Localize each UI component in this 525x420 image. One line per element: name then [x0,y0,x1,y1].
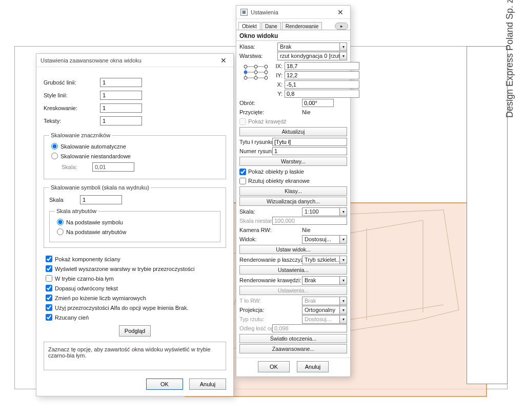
x-input[interactable] [285,80,359,89]
view-select[interactable]: Dostosuj... [302,235,340,244]
ambient-light-button[interactable]: Światło otoczenia... [239,334,347,343]
line-thickness-input[interactable] [100,78,142,87]
svg-point-22 [254,71,257,74]
bw-mode-check[interactable] [46,275,52,282]
chevron-down-icon[interactable]: ▾ [340,276,347,285]
x-label: X: [273,81,285,88]
tab-overflow-icon[interactable]: ▸ [335,23,348,30]
rotation-input[interactable] [302,99,334,107]
dimension-position-check[interactable] [46,295,52,301]
alpha-transparency-check[interactable] [46,304,52,311]
show-boundary-label: Pokaż krawędź [248,118,287,124]
class-label: Klasa: [239,44,277,50]
titlebar: Ustawienia zaawansowane okna widoku ✕ [36,54,233,67]
layers-button[interactable]: Warstwy... [239,157,347,166]
ix-input[interactable] [285,62,359,70]
svg-point-23 [265,71,268,74]
attribute-scale-legend: Skala atrybutów [55,208,98,214]
ix-label: IX: [273,63,285,69]
preview-button[interactable]: Podgląd [119,325,151,337]
cancel-button[interactable]: Anuluj [297,361,329,372]
show-boundary-check [239,118,246,125]
projection-type-select: Dostosuj... [302,315,340,324]
drawing-number-input[interactable] [272,147,347,155]
projection-select[interactable]: Ortogonalny [302,306,340,314]
show-wall-components-check[interactable] [46,256,52,262]
attr-by-attrs-label: Na podstawie atrybutów [66,229,126,235]
alpha-transparency-label: Użyj przezroczystości Alfa do opcji wype… [55,305,188,311]
grayed-layers-label: Wyświetl wyszarzone warstwy w trybie prz… [55,266,195,272]
company-name: Design Express Poland Sp. z o.o. [504,97,525,118]
line-style-label: Style linii: [44,92,100,98]
advanced-button[interactable]: Zaawansowane... [239,344,347,353]
line-style-input[interactable] [100,91,142,100]
chevron-down-icon[interactable]: ▾ [340,52,347,60]
close-icon[interactable]: ✕ [218,56,229,65]
ok-button[interactable]: OK [146,379,183,390]
palette-title: Ustawienia [251,9,335,15]
settings-palette: ▦ Ustawienia ✕ Obiekt Dane Renderowanie … [236,5,351,377]
set-view-button[interactable]: Ustaw widok... [239,245,347,254]
iy-input[interactable] [285,71,359,79]
layer-label: Warstwa: [239,53,277,59]
nonstandard-scale-label: Skala niestandardowa 1: [239,218,272,224]
chevron-down-icon[interactable]: ▾ [340,235,347,244]
advanced-viewport-settings-dialog: Ustawienia zaawansowane okna widoku ✕ Gr… [36,53,234,396]
y-input[interactable] [285,90,359,98]
hatching-input[interactable] [100,103,142,113]
app-icon: ▦ [240,9,248,16]
y-label: Y: [273,91,285,97]
grayed-layers-check[interactable] [46,265,52,272]
anchor-diagram[interactable] [241,62,270,82]
section-title: Okno widoku [236,30,350,41]
marker-scaling-auto-radio[interactable] [51,143,58,150]
texts-input[interactable] [100,116,142,125]
tab-rendering[interactable]: Renderowanie [282,22,322,30]
focal-length-label: Odleg łość ogniskowa: [239,325,272,331]
plane-render-select[interactable]: Tryb szkielet... [302,256,340,264]
data-visualization-button[interactable]: Wizualizacja danych... [239,197,347,206]
edge-render-label: Renderowanie krawędzi: [239,277,302,283]
attr-by-attrs-radio[interactable] [57,228,64,235]
drawing-title-input[interactable] [272,138,347,146]
symbol-scaling-legend: Skalowanie symboli (skala na wydruku) [49,184,151,191]
tab-object[interactable]: Obiekt [238,22,260,30]
tab-data[interactable]: Dane [261,22,281,30]
project-screen-label: Rzutuj obiekty ekranowe [248,178,310,184]
show-planar-check[interactable] [239,169,246,175]
marker-scaling-group: Skalowanie znaczników Skalowanie automat… [44,132,226,179]
marker-scaling-auto-label: Skalowanie automatyczne [60,143,126,150]
attr-by-symbol-radio[interactable] [57,219,64,225]
project-screen-check[interactable] [239,178,246,184]
scale-select[interactable]: 1:100 [302,207,340,216]
svg-point-18 [244,65,247,68]
show-wall-components-label: Pokaż komponenty ściany [55,256,120,262]
chevron-down-icon[interactable]: ▾ [340,306,347,314]
symbol-scale-input[interactable] [80,195,122,204]
marker-scaling-legend: Skalowanie znaczników [49,132,112,138]
dialog-title: Ustawienia zaawansowane okna widoku [41,57,218,64]
chevron-down-icon[interactable]: ▾ [340,256,347,264]
cancel-button[interactable]: Anuluj [189,379,226,390]
cast-shadow-check[interactable] [46,314,52,321]
inverted-text-check[interactable] [46,285,52,291]
camera-value: Nie [302,227,311,233]
plane-render-settings-button[interactable]: Ustawienia... [239,265,347,275]
close-icon[interactable]: ✕ [335,8,346,16]
texts-label: Teksty: [44,118,100,124]
chevron-down-icon[interactable]: ▾ [340,207,347,216]
class-select[interactable]: Brak [277,43,340,51]
drawing-title-label: Tytu ł rysunku: [239,139,272,145]
chevron-down-icon[interactable]: ▾ [340,43,347,51]
marker-scaling-custom-radio[interactable] [51,153,58,159]
edge-render-select[interactable]: Brak [302,276,340,285]
edge-render-settings-button: Ustawienia... [239,286,347,295]
svg-point-21 [244,71,247,74]
camera-label: Kamera RW: [239,227,302,233]
update-button[interactable]: Aktualizuj [239,127,347,136]
layer-select[interactable]: rzut kondygnacja 0 [rzut] [277,52,340,60]
ok-button[interactable]: OK [258,361,290,372]
cropped-label: Przycięte: [239,109,302,115]
chevron-down-icon: ▾ [340,315,347,324]
classes-button[interactable]: Klasy... [239,186,347,196]
